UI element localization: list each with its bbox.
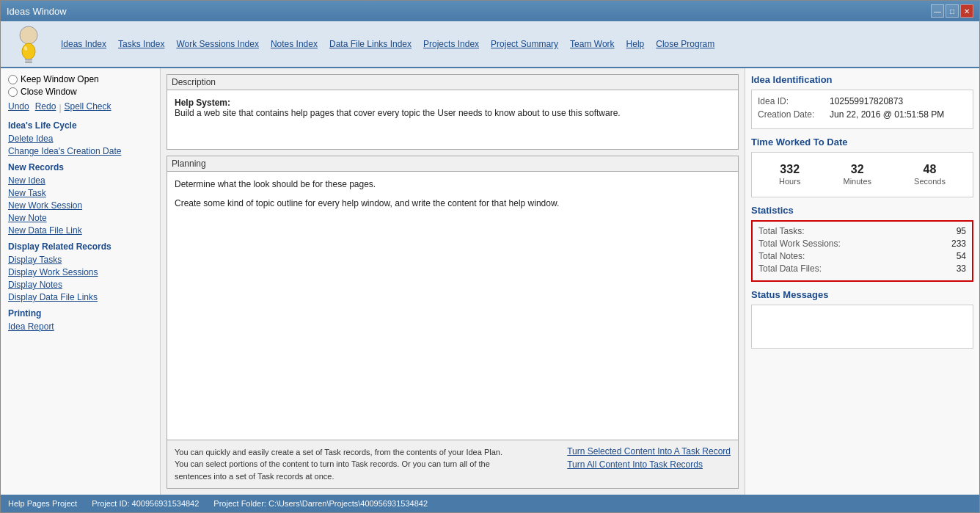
project-folder-value: C:\Users\Darren\Projects\400956931534842 — [268, 499, 428, 508]
sidebar: Keep Window Open Close Window Undo Redo … — [1, 68, 161, 495]
total-notes-label: Total Notes: — [758, 251, 805, 261]
seconds-label: Seconds — [914, 177, 946, 186]
undo-link[interactable]: Undo — [8, 101, 29, 114]
keep-window-open-input[interactable] — [8, 75, 18, 84]
hours-unit: 332 Hours — [779, 163, 800, 186]
divider2: | — [59, 103, 61, 113]
idea-id-row: Idea ID: 102559917820873 — [758, 96, 967, 106]
total-tasks-value: 95 — [957, 226, 966, 236]
nav-links: Ideas Index Tasks Index Work Sessions In… — [56, 37, 719, 51]
svg-point-1 — [22, 43, 35, 59]
project-id-label: Project ID: — [92, 499, 129, 508]
spell-check-link[interactable]: Spell Check — [65, 101, 111, 114]
minutes-value: 32 — [843, 163, 871, 176]
statistics-box: Total Tasks: 95 Total Work Sessions: 233… — [751, 220, 973, 282]
right-panel: Idea Identification Idea ID: 10255991782… — [745, 68, 979, 495]
window-controls: — □ ✕ — [931, 4, 973, 18]
close-button[interactable]: ✕ — [960, 4, 973, 18]
time-worked-display: 332 Hours 32 Minutes 48 Seconds — [758, 159, 967, 191]
description-title: Help System: — [175, 98, 230, 108]
new-note-link[interactable]: New Note — [8, 213, 153, 223]
nav-tasks-index[interactable]: Tasks Index — [114, 37, 169, 51]
new-work-session-link[interactable]: New Work Session — [8, 200, 153, 211]
new-idea-link[interactable]: New Idea — [8, 175, 153, 186]
total-data-files-label: Total Data Files: — [758, 263, 822, 274]
project-folder-label: Project Folder: — [213, 499, 266, 508]
keep-window-open-radio[interactable]: Keep Window Open — [8, 74, 153, 84]
svg-rect-2 — [25, 59, 32, 61]
idea-id-value: 102559917820873 — [830, 96, 903, 106]
turn-selected-link[interactable]: Turn Selected Content Into A Task Record — [567, 446, 731, 456]
time-worked-header: Time Worked To Date — [751, 137, 973, 148]
seconds-unit: 48 Seconds — [914, 163, 946, 186]
window-title: Ideas Window — [7, 6, 67, 17]
display-data-file-links-link[interactable]: Display Data File Links — [8, 292, 153, 302]
idea-identification-header: Idea Identification — [751, 74, 973, 85]
center-content: Description Help System: Build a web sit… — [161, 68, 745, 495]
status-bar: Help Pages Project Project ID: 400956931… — [1, 495, 979, 512]
hours-value: 332 — [779, 163, 800, 176]
new-data-file-link-link[interactable]: New Data File Link — [8, 225, 153, 236]
close-window-radio[interactable]: Close Window — [8, 87, 153, 97]
nav-bar: Ideas Index Tasks Index Work Sessions In… — [1, 21, 979, 68]
minutes-unit: 32 Minutes — [843, 163, 871, 186]
bottom-actions: You can quickly and easily create a set … — [167, 440, 738, 489]
nav-projects-index[interactable]: Projects Index — [419, 37, 483, 51]
total-notes-value: 54 — [957, 251, 966, 261]
nav-close-program[interactable]: Close Program — [651, 37, 719, 51]
minutes-label: Minutes — [843, 177, 871, 186]
nav-data-file-links-index[interactable]: Data File Links Index — [325, 37, 416, 51]
description-body: Build a web site that contains help page… — [175, 108, 621, 118]
delete-idea-link[interactable]: Delete Idea — [8, 134, 153, 144]
change-creation-date-link[interactable]: Change Idea's Creation Date — [8, 146, 153, 156]
main-content: Keep Window Open Close Window Undo Redo … — [1, 68, 979, 495]
nav-work-sessions-index[interactable]: Work Sessions Index — [172, 37, 263, 51]
total-work-sessions-row: Total Work Sessions: 233 — [758, 239, 966, 249]
description-text[interactable]: Help System: Build a web site that conta… — [167, 90, 738, 149]
total-work-sessions-value: 233 — [951, 239, 966, 249]
total-work-sessions-label: Total Work Sessions: — [758, 239, 841, 249]
seconds-value: 48 — [914, 163, 946, 176]
planning-line2: Create some kind of topic outline for ev… — [175, 198, 731, 208]
redo-link[interactable]: Redo — [35, 101, 56, 114]
app-logo — [7, 24, 51, 65]
description-header: Description — [167, 75, 738, 90]
planning-text[interactable]: Determine what the look should be for th… — [167, 172, 738, 440]
nav-notes-index[interactable]: Notes Index — [266, 37, 322, 51]
nav-team-work[interactable]: Team Work — [566, 37, 618, 51]
idea-report-link[interactable]: Idea Report — [8, 321, 153, 332]
planning-header: Planning — [167, 156, 738, 172]
nav-help[interactable]: Help — [622, 37, 649, 51]
status-messages-section: Status Messages — [751, 289, 973, 349]
new-task-link[interactable]: New Task — [8, 188, 153, 198]
status-messages-box — [751, 305, 973, 349]
turn-all-link[interactable]: Turn All Content Into Task Records — [567, 459, 731, 470]
creation-date-row: Creation Date: Jun 22, 2016 @ 01:51:58 P… — [758, 109, 967, 120]
planning-line1: Determine what the look should be for th… — [175, 179, 731, 189]
svg-rect-3 — [25, 61, 32, 63]
maximize-button[interactable]: □ — [946, 4, 959, 18]
total-tasks-row: Total Tasks: 95 — [758, 226, 966, 236]
creation-date-value: Jun 22, 2016 @ 01:51:58 PM — [830, 109, 944, 120]
nav-ideas-index[interactable]: Ideas Index — [56, 37, 111, 51]
project-id-value: 400956931534842 — [132, 499, 200, 508]
total-data-files-value: 33 — [957, 263, 966, 274]
total-data-files-row: Total Data Files: 33 — [758, 263, 966, 274]
time-worked-section: Time Worked To Date 332 Hours 32 Minutes… — [751, 137, 973, 197]
printing-header: Printing — [8, 308, 153, 319]
display-tasks-link[interactable]: Display Tasks — [8, 255, 153, 265]
display-work-sessions-link[interactable]: Display Work Sessions — [8, 267, 153, 277]
display-notes-link[interactable]: Display Notes — [8, 280, 153, 290]
planning-panel: Planning Determine what the look should … — [167, 156, 739, 489]
minimize-button[interactable]: — — [931, 4, 944, 18]
idea-identification-content: Idea ID: 102559917820873 Creation Date: … — [751, 90, 973, 129]
close-window-input[interactable] — [8, 87, 18, 97]
new-records-header: New Records — [8, 162, 153, 172]
statistics-header: Statistics — [751, 205, 973, 216]
total-notes-row: Total Notes: 54 — [758, 251, 966, 261]
idea-identification-section: Idea Identification Idea ID: 10255991782… — [751, 74, 973, 129]
project-name: Help Pages Project — [8, 499, 77, 508]
nav-project-summary[interactable]: Project Summary — [486, 37, 563, 51]
keep-window-open-label: Keep Window Open — [21, 74, 99, 84]
bottom-left-text: You can quickly and easily create a set … — [175, 446, 512, 483]
